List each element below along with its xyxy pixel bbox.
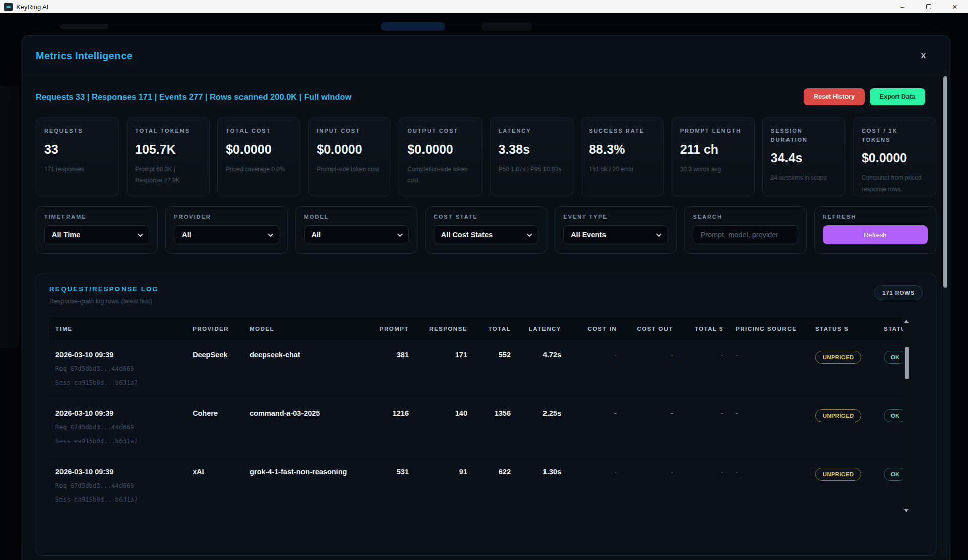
app-icon <box>4 3 13 11</box>
table-header-row: TIME PROVIDER MODEL PROMPT RESPONSE TOTA… <box>49 317 910 340</box>
col-response: RESPONSE <box>415 317 473 340</box>
row-prompt-tokens: 1216 <box>353 399 415 457</box>
col-status-usd: STATUS $ <box>809 317 878 340</box>
card-subtext: 30.3 words avg <box>680 164 746 175</box>
card-value: 3.38s <box>499 142 565 157</box>
search-input[interactable] <box>693 225 798 244</box>
row-response-tokens: 171 <box>415 340 473 399</box>
row-model: grok-4-1-fast-non-reasoning <box>244 457 353 515</box>
window-controls: – ✕ <box>889 0 968 13</box>
reset-history-button[interactable]: Reset History <box>804 88 865 105</box>
card-label: LATENCY <box>499 127 565 136</box>
selected-value: All <box>182 231 191 239</box>
log-header: REQUEST/RESPONSE LOG Response-grain log … <box>49 285 923 305</box>
card-value: 88.3% <box>589 142 655 157</box>
summary-row: Requests 33 | Responses 171 | Events 277… <box>36 88 936 105</box>
filter-label: PROVIDER <box>174 214 279 220</box>
row-pricing-source: - <box>730 457 809 515</box>
cost-state-select[interactable]: All Cost States <box>434 225 538 244</box>
row-cost-out: - <box>623 340 679 399</box>
metric-card-total-cost: TOTAL COST $0.0000 Priced coverage 0.0% <box>217 117 300 196</box>
row-model: command-a-03-2025 <box>244 399 353 457</box>
selected-value: All <box>312 231 321 239</box>
row-cost-in: - <box>567 457 623 515</box>
metric-card-cost-per-1k-tokens: COST / 1K TOKENS $0.0000 Computed from p… <box>853 117 936 196</box>
close-button[interactable]: ✕ <box>942 0 968 13</box>
col-total: TOTAL <box>473 317 517 340</box>
card-label: COST / 1K TOKENS <box>862 127 928 144</box>
modal-title: Metrics Intelligence <box>36 50 133 62</box>
row-cost-out: - <box>623 399 679 457</box>
card-value: 105.7K <box>135 142 201 157</box>
row-count-badge: 171 ROWS <box>874 285 923 300</box>
card-label: SESSION DURATION <box>771 127 837 144</box>
backdrop-hint-pill <box>481 22 532 31</box>
col-provider: PROVIDER <box>187 317 244 340</box>
metric-card-success-rate: SUCCESS RATE 88.3% 151 ok / 20 error <box>581 117 664 196</box>
card-subtext: 151 ok / 20 error <box>589 164 655 175</box>
row-cost-in: - <box>567 399 623 457</box>
row-request-id: Req 87d5dbd3...44d669 <box>55 424 180 431</box>
row-time: 2026-03-10 09:39 <box>55 409 180 417</box>
card-label: PROMPT LENGTH <box>680 127 746 136</box>
filter-label: EVENT TYPE <box>563 214 668 220</box>
restore-button[interactable] <box>916 0 942 13</box>
log-subtitle: Response-grain log rows (latest first) <box>49 298 159 305</box>
card-subtext: 171 responses <box>44 164 110 175</box>
filter-event-type: EVENT TYPE All Events <box>555 206 677 254</box>
backdrop-hint-panel <box>0 86 19 348</box>
table-row: 2026-03-10 09:39 Req 87d5dbd3...44d669 S… <box>49 340 910 399</box>
card-subtext: Prompt 68.3K | Response 27.9K <box>135 164 201 186</box>
row-time: 2026-03-10 09:39 <box>55 351 180 359</box>
minimize-button[interactable]: – <box>889 0 916 13</box>
log-table-viewport: TIME PROVIDER MODEL PROMPT RESPONSE TOTA… <box>49 317 910 515</box>
table-scrollbar-thumb[interactable] <box>905 347 909 379</box>
scroll-up-icon[interactable] <box>904 320 909 323</box>
close-icon: ✕ <box>952 3 958 11</box>
row-total-usd: - <box>679 340 730 399</box>
selected-value: All Cost States <box>441 231 493 239</box>
card-label: INPUT COST <box>317 127 383 136</box>
card-value: 34.4s <box>771 151 837 165</box>
selected-value: All Time <box>52 231 80 239</box>
row-latency: 4.72s <box>517 340 567 399</box>
app-title: KeyRing AI <box>16 3 48 11</box>
filter-refresh: REFRESH Refresh <box>814 206 936 254</box>
metric-cards: REQUESTS 33 171 responses TOTAL TOKENS 1… <box>36 117 936 196</box>
row-cost-in: - <box>567 340 623 399</box>
timeframe-select[interactable]: All Time <box>44 225 149 244</box>
minimize-icon: – <box>900 3 904 11</box>
metric-card-requests: REQUESTS 33 171 responses <box>36 117 119 196</box>
refresh-button[interactable]: Refresh <box>823 225 928 244</box>
filter-label: MODEL <box>304 214 409 220</box>
row-latency: 2.25s <box>517 399 567 457</box>
metrics-intelligence-modal: Metrics Intelligence X Requests 33 | Res… <box>22 35 950 560</box>
card-subtext: Computed from priced response rows. <box>862 172 928 195</box>
modal-scrollbar-thumb[interactable] <box>943 76 947 288</box>
row-session-id: Sess ea915b0d...b631a7 <box>55 496 180 503</box>
chevron-down-icon <box>656 231 662 237</box>
export-data-button[interactable]: Export Data <box>870 88 925 105</box>
card-value: 211 ch <box>680 142 746 157</box>
row-model: deepseek-chat <box>244 340 353 399</box>
row-provider: xAI <box>187 457 244 515</box>
model-select[interactable]: All <box>304 225 409 244</box>
card-value: 33 <box>44 142 110 157</box>
modal-close-button[interactable]: X <box>917 50 930 62</box>
row-total-tokens: 622 <box>473 457 517 515</box>
provider-select[interactable]: All <box>174 225 279 244</box>
row-total-tokens: 552 <box>473 340 517 399</box>
table-scrollbar[interactable] <box>903 317 910 515</box>
event-type-select[interactable]: All Events <box>563 225 668 244</box>
status-usd-badge: UNPRICED <box>815 409 861 422</box>
modal-header: Metrics Intelligence X <box>22 36 950 75</box>
card-subtext: 24 sessions in scope <box>771 172 837 183</box>
modal-scrollbar[interactable] <box>943 69 947 558</box>
card-value: $0.0000 <box>407 142 473 157</box>
filter-label: COST STATE <box>434 214 538 220</box>
titlebar: KeyRing AI – ✕ <box>0 0 968 14</box>
row-total-usd: - <box>679 457 730 515</box>
scroll-down-icon[interactable] <box>904 509 909 512</box>
restore-icon <box>926 4 931 9</box>
filter-timeframe: TIMEFRAME All Time <box>36 206 158 254</box>
